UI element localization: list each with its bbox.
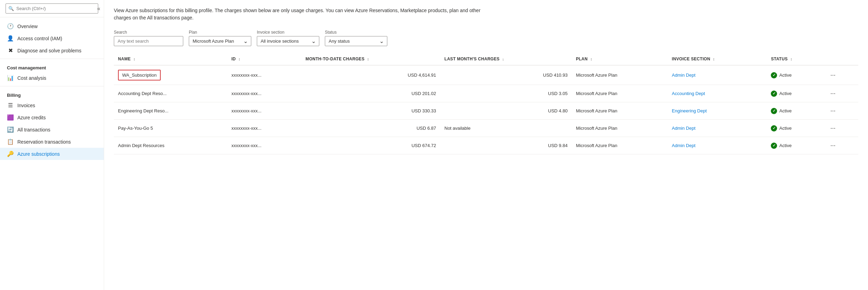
more-options-button[interactable]: ··· bbox=[828, 106, 837, 115]
sort-icon-month-to-date[interactable]: ↕ bbox=[367, 57, 369, 61]
sidebar-item-invoices[interactable]: ☰ Invoices bbox=[0, 99, 104, 111]
cell-name: WA_Subscription bbox=[114, 65, 227, 85]
status-dot-icon bbox=[771, 143, 777, 149]
table-row: Accounting Dept Reso...xxxxxxxx-xxx...US… bbox=[114, 85, 858, 102]
status-badge: Active bbox=[779, 91, 791, 96]
cell-plan: Microsoft Azure Plan bbox=[572, 120, 667, 137]
search-filter: Search bbox=[114, 30, 183, 46]
more-options-button[interactable]: ··· bbox=[828, 124, 837, 133]
cell-more: ··· bbox=[824, 102, 858, 120]
sort-icon-status[interactable]: ↕ bbox=[790, 57, 792, 61]
sidebar-item-access-control[interactable]: 👤 Access control (IAM) bbox=[0, 32, 104, 44]
cell-month-to-date: USD 6.87 bbox=[301, 120, 440, 137]
sort-icon-name[interactable]: ↕ bbox=[133, 57, 135, 61]
diagnose-icon: ✖ bbox=[7, 47, 14, 54]
status-badge: Active bbox=[779, 108, 791, 113]
sidebar-item-overview[interactable]: 🕐 Overview bbox=[0, 20, 104, 32]
status-select[interactable]: Any status bbox=[325, 36, 387, 46]
cell-more: ··· bbox=[824, 120, 858, 137]
col-header-plan: PLAN ↕ bbox=[572, 53, 667, 65]
sort-icon-invoice-section[interactable]: ↕ bbox=[713, 57, 715, 61]
cell-name: Accounting Dept Reso... bbox=[114, 85, 227, 102]
sidebar: 🔍 « 🕐 Overview 👤 Access control (IAM) ✖ … bbox=[0, 0, 104, 290]
cell-month-to-date: USD 674.72 bbox=[301, 137, 440, 154]
cell-id: xxxxxxxx-xxx... bbox=[227, 137, 302, 154]
sidebar-item-cost-analysis[interactable]: 📊 Cost analysis bbox=[0, 72, 104, 84]
cost-analysis-icon: 📊 bbox=[7, 75, 14, 81]
collapse-icon[interactable]: « bbox=[97, 6, 100, 12]
plan-label: Plan bbox=[189, 30, 251, 35]
cell-last-month: USD 4.80 bbox=[440, 102, 572, 120]
sort-icon-plan[interactable]: ↕ bbox=[590, 57, 592, 61]
invoice-section-link[interactable]: Engineering Dept bbox=[672, 108, 707, 113]
plan-select-wrapper: Microsoft Azure Plan bbox=[189, 36, 251, 46]
search-container: 🔍 « bbox=[0, 0, 104, 17]
status-dot-icon bbox=[771, 108, 777, 114]
table-row: Engineering Dept Reso...xxxxxxxx-xxx...U… bbox=[114, 102, 858, 120]
invoice-section-link[interactable]: Admin Dept bbox=[672, 143, 696, 148]
invoice-section-link[interactable]: Admin Dept bbox=[672, 126, 696, 131]
invoice-section-select[interactable]: All invoice sections bbox=[257, 36, 319, 46]
col-header-invoice-section: INVOICE SECTION ↕ bbox=[668, 53, 767, 65]
sidebar-item-label: Azure credits bbox=[17, 115, 46, 120]
status-label: Status bbox=[325, 30, 387, 35]
sort-icon-id[interactable]: ↕ bbox=[238, 57, 241, 61]
plan-filter: Plan Microsoft Azure Plan bbox=[189, 30, 251, 46]
invoice-section-link[interactable]: Admin Dept bbox=[672, 72, 696, 78]
cell-plan: Microsoft Azure Plan bbox=[572, 102, 667, 120]
cell-month-to-date: USD 330.33 bbox=[301, 102, 440, 120]
cell-plan: Microsoft Azure Plan bbox=[572, 65, 667, 85]
sidebar-item-label: Overview bbox=[17, 24, 37, 29]
cell-last-month: USD 410.93 bbox=[440, 65, 572, 85]
status-filter: Status Any status bbox=[325, 30, 387, 46]
all-transactions-icon: 🔄 bbox=[7, 126, 14, 133]
col-header-status: STATUS ↕ bbox=[767, 53, 824, 65]
cell-id: xxxxxxxx-xxx... bbox=[227, 102, 302, 120]
sidebar-item-label: Reservation transactions bbox=[17, 139, 71, 145]
sidebar-item-label: Diagnose and solve problems bbox=[17, 48, 81, 53]
cell-id: xxxxxxxx-xxx... bbox=[227, 65, 302, 85]
status-dot-icon bbox=[771, 72, 777, 78]
cell-plan: Microsoft Azure Plan bbox=[572, 137, 667, 154]
text-search-input[interactable] bbox=[114, 36, 183, 46]
col-header-actions bbox=[824, 53, 858, 65]
cell-id: xxxxxxxx-xxx... bbox=[227, 85, 302, 102]
cell-last-month: USD 9.84 bbox=[440, 137, 572, 154]
cell-more: ··· bbox=[824, 137, 858, 154]
cell-invoice-section: Admin Dept bbox=[668, 65, 767, 85]
billing-header: Billing bbox=[0, 88, 104, 99]
sidebar-item-reservation-transactions[interactable]: 📋 Reservation transactions bbox=[0, 136, 104, 148]
cell-month-to-date: USD 201.02 bbox=[301, 85, 440, 102]
more-options-button[interactable]: ··· bbox=[828, 71, 837, 79]
more-options-button[interactable]: ··· bbox=[828, 141, 837, 150]
plan-select[interactable]: Microsoft Azure Plan bbox=[189, 36, 251, 46]
cell-plan: Microsoft Azure Plan bbox=[572, 85, 667, 102]
cell-status: Active bbox=[767, 102, 824, 120]
col-header-month-to-date: MONTH-TO-DATE CHARGES ↕ bbox=[301, 53, 440, 65]
subscription-name-highlighted[interactable]: WA_Subscription bbox=[118, 70, 161, 80]
sidebar-item-all-transactions[interactable]: 🔄 All transactions bbox=[0, 123, 104, 136]
status-badge: Active bbox=[779, 143, 791, 148]
status-badge: Active bbox=[779, 72, 791, 78]
subscriptions-table: NAME ↕ ID ↕ MONTH-TO-DATE CHARGES ↕ LAST… bbox=[114, 53, 858, 154]
reservation-transactions-icon: 📋 bbox=[7, 138, 14, 145]
sidebar-item-azure-credits[interactable]: 🟪 Azure credits bbox=[0, 111, 104, 123]
cell-status: Active bbox=[767, 120, 824, 137]
sidebar-item-azure-subscriptions[interactable]: 🔑 Azure subscriptions bbox=[0, 148, 104, 160]
search-input[interactable] bbox=[6, 3, 98, 14]
table-row: Pay-As-You-Go 5xxxxxxxx-xxx...USD 6.87No… bbox=[114, 120, 858, 137]
sidebar-item-diagnose[interactable]: ✖ Diagnose and solve problems bbox=[0, 44, 104, 57]
col-header-last-month: LAST MONTH'S CHARGES ↓ bbox=[440, 53, 572, 65]
more-options-button[interactable]: ··· bbox=[828, 89, 837, 98]
cell-status: Active bbox=[767, 85, 824, 102]
invoice-section-link[interactable]: Accounting Dept bbox=[672, 91, 705, 96]
cell-invoice-section: Engineering Dept bbox=[668, 102, 767, 120]
cell-invoice-section: Admin Dept bbox=[668, 137, 767, 154]
table-row: Admin Dept Resourcesxxxxxxxx-xxx...USD 6… bbox=[114, 137, 858, 154]
sort-icon-last-month[interactable]: ↓ bbox=[502, 57, 504, 61]
cell-status: Active bbox=[767, 137, 824, 154]
sidebar-item-label: Cost analysis bbox=[17, 75, 46, 81]
invoices-icon: ☰ bbox=[7, 102, 14, 109]
sidebar-item-label: Invoices bbox=[17, 103, 35, 108]
invoice-section-label: Invoice section bbox=[257, 30, 319, 35]
